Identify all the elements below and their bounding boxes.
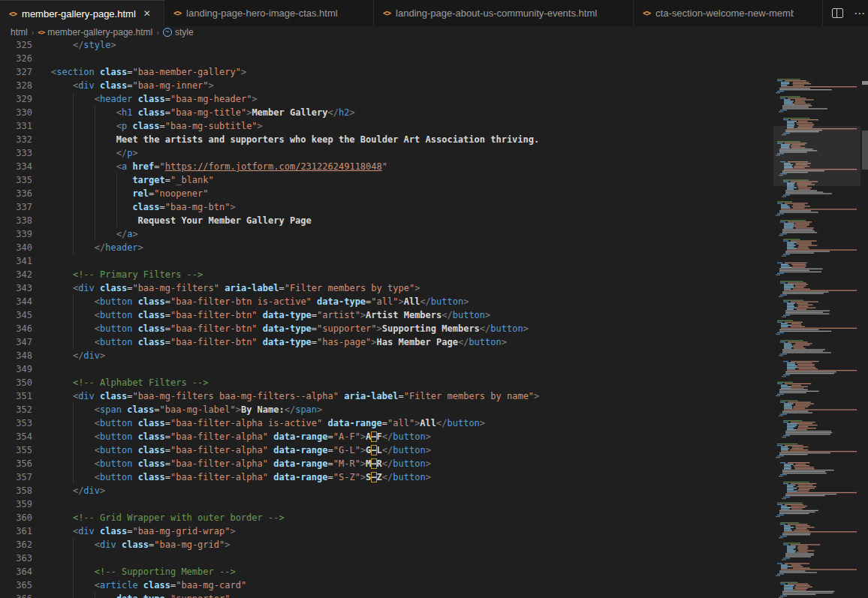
line-number: 353 [0,416,32,430]
code-token: data-type [116,593,165,598]
code-token [132,94,137,104]
indent-guide [73,308,74,322]
code-line[interactable]: <!-- Primary Filters --> [51,268,203,281]
code-line[interactable]: <button class="baa-filter-btn" data-type… [51,322,529,335]
code-token: > [426,458,431,469]
code-line[interactable]: <!-- Alphabet Filters --> [51,376,209,389]
line-number: 355 [0,443,32,457]
code-line[interactable]: </p> [51,146,138,160]
line-number: 362 [0,538,32,551]
code-line[interactable]: </div> [51,484,105,497]
code-token: "baa-filter-btn" [170,323,258,334]
code-line[interactable]: target="_blank" [51,173,214,187]
code-line[interactable]: <h1 class="baa-mg-title">Member Gallery<… [51,106,355,119]
code-token: data-type [263,323,312,334]
code-token: data-range [273,472,327,482]
code-line[interactable]: </div> [51,349,105,362]
code-line[interactable]: <button class="baa-filter-alpha" data-ra… [51,457,431,470]
code-token: > [502,337,507,347]
code-line[interactable]: <p class="baa-mg-subtitle"> [51,119,263,133]
code-token: > [377,323,382,334]
code-token: data-range [273,458,327,469]
code-line[interactable]: Meet the artists and supporters who keep… [51,133,539,146]
breadcrumb: html›<>member-gallery-page.html›~style [0,26,868,38]
code-line[interactable]: rel="noopener" [51,187,209,200]
code-token: section [56,67,95,77]
code-token: "baa-mg-btn" [165,202,231,212]
code-line[interactable]: <div class="baa-mg-grid"> [51,538,230,551]
code-line[interactable]: data-type="supporter" [51,592,230,598]
breadcrumb-item-style[interactable]: ~style [163,27,194,38]
indent-guide [73,92,74,106]
code-line[interactable]: <button class="baa-filter-alpha is-activ… [51,416,485,430]
more-actions-icon[interactable]: ⋯ [854,10,865,17]
code-token: = [328,431,333,442]
close-tab-icon[interactable]: ✕ [143,8,151,19]
code-token: "A-F" [333,431,360,442]
code-line[interactable]: <!-- Supporting Member --> [51,565,236,578]
code-line[interactable]: <span class="baa-mg-label">By Name:</spa… [51,403,322,416]
indent-guide [95,119,95,133]
code-line[interactable]: <button class="baa-filter-alpha" data-ra… [51,470,431,484]
chevron-right-icon: › [32,28,35,37]
line-number: 345 [0,308,32,322]
code-token: div [78,391,95,401]
html-file-icon: <> [38,29,44,36]
line-number: 351 [0,389,32,403]
code-line[interactable]: <button class="baa-filter-alpha" data-ra… [51,430,431,443]
code-line[interactable]: <div class="baa-mg-inner"> [51,79,214,92]
indent-guide [73,592,74,598]
code-line[interactable]: Request Your Member Gallery Page [51,214,312,227]
line-number: 343 [0,281,32,295]
code-line[interactable]: </a> [51,227,138,241]
code-line[interactable]: <header class="baa-mg-header"> [51,92,258,106]
code-line[interactable]: <button class="baa-filter-btn" data-type… [51,308,490,322]
code-line[interactable]: <div class="baa-mg-filters baa-mg-filter… [51,389,539,403]
code-token: data-type [263,337,312,347]
indent-guide [116,173,117,187]
code-line[interactable]: <button class="baa-filter-btn is-active"… [51,295,469,308]
code-token: div [78,80,95,91]
line-number: 326 [0,52,32,65]
code-line[interactable]: <!-- Grid Wrapper with outer border --> [51,511,285,524]
code-token: "baa-mg-label" [160,404,236,415]
indent-guide [95,200,95,214]
code-token: "baa-filter-btn is-active" [170,296,312,307]
css-style-symbol-icon: ~ [163,28,172,37]
code-line[interactable]: <div class="baa-mg-filters" aria-label="… [51,281,420,295]
code-token: button [393,458,425,469]
code-line[interactable]: <a href="https://form.jotform.com/231226… [51,160,387,173]
line-number: 347 [0,335,32,349]
code-token: "G-L" [333,445,360,455]
indent-guide [73,538,74,551]
code-line[interactable]: <button class="baa-filter-alpha" data-ra… [51,443,431,457]
breadcrumb-item-member-gallery-page.html[interactable]: <>member-gallery-page.html [38,27,152,38]
code-editor[interactable]: 3253263273283293303313323333343353363373… [0,38,868,598]
code-line[interactable]: </header> [51,241,143,254]
code-line[interactable]: <button class="baa-filter-btn" data-type… [51,335,507,349]
tab-member-gallery-page.html[interactable]: <>member-gallery-page.html✕ [0,0,164,26]
code-token: </ [382,431,393,442]
code-token: > [398,296,403,307]
minimap-viewport-slider[interactable] [773,126,860,186]
code-line[interactable]: <section class="baa-member-gallery"> [51,65,246,79]
scrollbar-thumb[interactable] [862,131,868,170]
line-number: 365 [0,578,32,592]
tab-landing-page-about-us-community-events.html[interactable]: <>landing-page-about-us-community-events… [374,0,634,26]
code-line[interactable]: class="baa-mg-btn"> [51,200,236,214]
code-line[interactable]: </style> [51,38,116,52]
tab-cta-section-welcome-new-member[interactable]: <>cta-section-welcome-new-member [634,0,823,26]
code-token [258,323,263,334]
tab-landing-page-hero-image-ctas.html[interactable]: <>landing-page-hero-image-ctas.html [164,0,374,26]
code-token: class [100,283,127,293]
code-token: > [230,202,235,212]
code-token: class [132,202,159,212]
split-editor-icon[interactable] [832,8,843,18]
code-line[interactable]: <article class="baa-mg-card" [51,578,246,592]
code-token [95,67,100,77]
line-number: 346 [0,322,32,335]
code-token: > [317,404,322,415]
code-token: = [165,337,170,347]
code-line[interactable]: <div class="baa-mg-grid-wrap"> [51,524,236,538]
breadcrumb-item-html[interactable]: html [11,27,28,38]
